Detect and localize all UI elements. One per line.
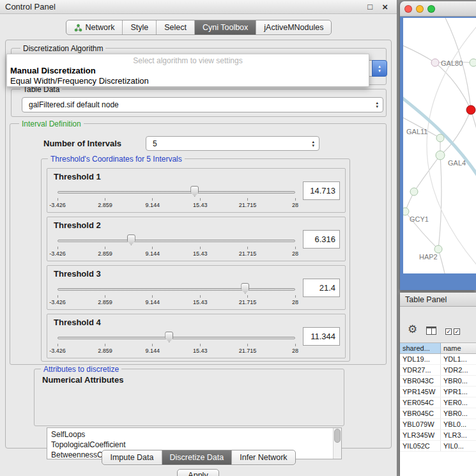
table-cell: YDR27... xyxy=(400,365,441,375)
table-row[interactable]: YDR27...YDR2... xyxy=(400,365,476,376)
combobox-stepper[interactable]: ▴ ▾ xyxy=(376,101,378,109)
tick-mark xyxy=(152,247,153,249)
tab-impute-data[interactable]: Impute Data xyxy=(102,450,162,464)
table-row[interactable]: YBR043CYBR0... xyxy=(400,376,476,387)
close-window-icon[interactable]: × xyxy=(382,0,388,14)
network-node[interactable] xyxy=(403,208,409,215)
table-row[interactable]: YPR145WYPR1... xyxy=(400,387,476,397)
threshold-2-slider[interactable]: -3.4262.8599.14415.4321.71528 xyxy=(58,233,295,261)
tick-label: 2.859 xyxy=(98,299,112,305)
stepper-down-icon: ▾ xyxy=(378,68,381,73)
tab-discretize-data[interactable]: Discretize Data xyxy=(162,450,233,464)
slider-thumb[interactable] xyxy=(127,234,135,245)
tick-label: 2.859 xyxy=(98,250,112,257)
menu-item-manual-discretization[interactable]: Manual Discretization xyxy=(10,66,96,75)
tick-label: 28 xyxy=(292,202,298,208)
tab-cyni-toolbox[interactable]: Cyni Toolbox xyxy=(195,20,256,35)
threshold-value-field[interactable]: 6.316 xyxy=(303,230,340,249)
threshold-value-field[interactable]: 21.4 xyxy=(303,279,340,297)
threshold-4-slider[interactable]: -3.4262.8599.14415.4321.71528 xyxy=(58,330,295,358)
slider-track[interactable] xyxy=(58,288,295,291)
bottom-tab-bar: Impute Data Discretize Data Infer Networ… xyxy=(0,450,397,465)
gear-icon[interactable]: ⚙ xyxy=(408,324,417,335)
apply-button[interactable]: Apply xyxy=(177,469,219,476)
network-node[interactable] xyxy=(466,105,475,114)
combobox-stepper[interactable]: ▴ ▾ xyxy=(372,60,387,77)
network-node[interactable] xyxy=(436,151,445,160)
tick-mark xyxy=(58,344,58,346)
network-graph[interactable]: GAL80GAL11GAL4GCY1HAP2 xyxy=(403,18,476,273)
slider-track[interactable] xyxy=(58,337,295,339)
slider-tick-marks xyxy=(58,295,295,298)
slider-thumb[interactable] xyxy=(165,332,173,342)
combobox-stepper[interactable]: ▴ ▾ xyxy=(312,140,314,148)
tab-style[interactable]: Style xyxy=(123,20,157,35)
network-node[interactable] xyxy=(431,59,439,66)
network-icon xyxy=(74,24,82,32)
slider-track[interactable] xyxy=(58,240,295,242)
table-cell: YLR3... xyxy=(441,430,476,440)
scrollbar-thumb[interactable] xyxy=(334,429,341,443)
list-item[interactable]: TopologicalCoefficient xyxy=(47,440,341,450)
minimize-traffic-light[interactable] xyxy=(416,5,424,13)
tab-network[interactable]: Network xyxy=(66,20,123,35)
table-row[interactable]: YIL052CYIL0... xyxy=(400,441,476,452)
network-node[interactable] xyxy=(470,59,476,66)
table-cell: YPR145W xyxy=(400,387,441,397)
table-panel-window: Table Panel ⚙ ✓ ✓ shared... name YDL19..… xyxy=(400,293,476,476)
tab-jactivemnodules[interactable]: jActiveMNodules xyxy=(256,20,331,35)
float-window-icon[interactable]: □ xyxy=(367,0,372,14)
network-window-titlebar xyxy=(400,1,476,17)
slider-thumb[interactable] xyxy=(241,283,249,294)
tick-mark xyxy=(105,247,105,249)
select-columns-icon[interactable]: ✓ ✓ xyxy=(445,328,460,335)
tab-label: Impute Data xyxy=(110,450,153,464)
table-row[interactable]: YBR045CYBR0... xyxy=(400,408,476,419)
tick-mark xyxy=(58,247,58,249)
control-panel-titlebar: Control Panel □ × xyxy=(0,0,397,14)
table-row[interactable]: YDL19...YDL1... xyxy=(400,354,476,365)
network-edge[interactable] xyxy=(438,155,441,249)
network-node[interactable] xyxy=(436,134,444,142)
slider-thumb[interactable] xyxy=(190,186,199,197)
tab-infer-network[interactable]: Infer Network xyxy=(232,450,295,464)
threshold-3-slider[interactable]: -3.4262.8599.14415.4321.71528 xyxy=(58,281,295,309)
threshold-1-slider[interactable]: -3.4262.8599.14415.4321.71528 xyxy=(58,184,295,212)
tick-label: 9.144 xyxy=(146,202,160,208)
tick-mark xyxy=(152,295,153,298)
table-cell: YBL0... xyxy=(441,419,476,429)
network-edge[interactable] xyxy=(403,43,435,63)
threshold-value-field[interactable]: 11.344 xyxy=(303,327,340,346)
close-traffic-light[interactable] xyxy=(404,5,412,13)
network-node[interactable] xyxy=(410,188,418,196)
tick-mark xyxy=(295,247,296,249)
tab-label: Cyni Toolbox xyxy=(203,20,248,35)
network-node-label: HAP2 xyxy=(419,253,438,261)
zoom-traffic-light[interactable] xyxy=(427,5,435,13)
threshold-2-box: Threshold 2 -3.4262.8599.14415.4321.7152… xyxy=(47,217,346,261)
tick-label: -3.426 xyxy=(49,202,66,208)
network-canvas[interactable]: GAL80GAL11GAL4GCY1HAP2 xyxy=(403,18,476,273)
columns-icon[interactable] xyxy=(426,326,436,335)
control-panel-window: Control Panel □ × Network xyxy=(0,0,397,476)
menu-item-equal-width-frequency[interactable]: Equal Width/Frequency Discretization xyxy=(10,76,149,86)
table-row[interactable]: YER054CYER0... xyxy=(400,397,476,408)
table-cell: YDL19... xyxy=(400,354,441,364)
network-edge[interactable] xyxy=(414,155,440,192)
slider-track[interactable] xyxy=(58,191,295,194)
tick-mark xyxy=(247,295,248,298)
table-row[interactable]: YLR345WYLR3... xyxy=(400,430,476,441)
threshold-value-field[interactable]: 14.713 xyxy=(303,181,340,200)
attributes-group: Attributes to discretize Numerical Attri… xyxy=(34,369,344,426)
table-cell: YIL0... xyxy=(441,441,476,451)
table-data-combobox[interactable]: galFiltered.sif default node ▴ ▾ xyxy=(22,97,383,112)
number-of-intervals-combobox[interactable]: 5 ▴ ▾ xyxy=(146,136,319,151)
network-edge[interactable] xyxy=(435,63,471,110)
column-header-name[interactable]: name xyxy=(441,343,476,353)
column-header-shared-name[interactable]: shared... xyxy=(400,343,441,353)
network-node[interactable] xyxy=(434,245,442,253)
tab-select[interactable]: Select xyxy=(157,20,195,35)
node-table-body: YDL19...YDL1...YDR27...YDR2...YBR043CYBR… xyxy=(400,354,476,476)
table-row[interactable]: YBL079WYBL0... xyxy=(400,419,476,430)
list-item[interactable]: SelfLoops xyxy=(47,429,341,440)
